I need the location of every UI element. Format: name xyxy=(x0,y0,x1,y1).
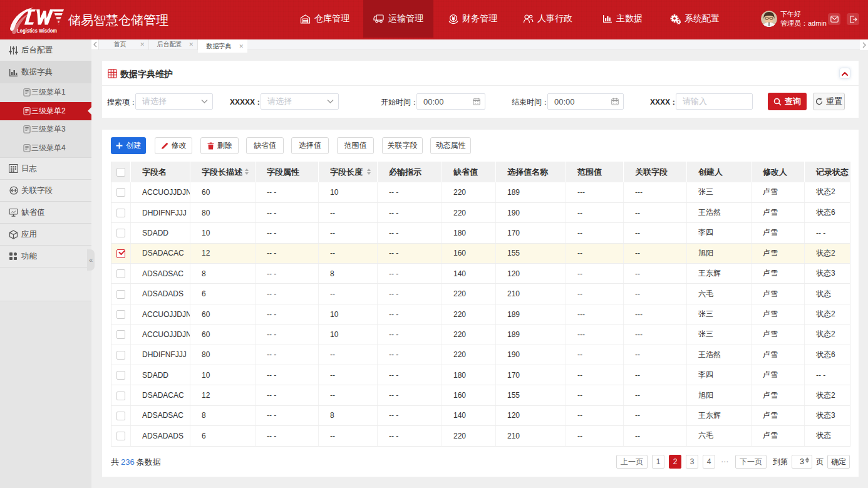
svg-text:Logistics Wisdom: Logistics Wisdom xyxy=(17,28,57,34)
